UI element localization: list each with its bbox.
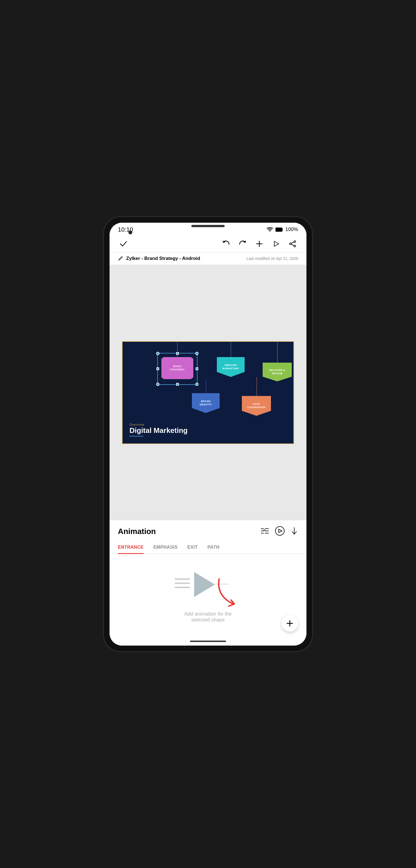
slide-title-area: Overview Digital Marketing (130, 423, 187, 436)
animation-panel: Animation (109, 520, 307, 637)
handle-bl[interactable] (156, 383, 160, 386)
handle-mr[interactable] (196, 367, 198, 370)
slide-area[interactable]: BUILDSTRATEGY INBOUNDMARKETING (109, 265, 307, 520)
svg-line-6 (291, 242, 294, 243)
tab-emphasis[interactable]: EMPHASIS (153, 541, 178, 554)
slide-main-title: Digital Marketing (130, 426, 187, 435)
battery-icon (275, 227, 283, 232)
animation-list-icon[interactable] (261, 527, 269, 536)
handle-tl[interactable] (156, 352, 160, 355)
connector-measure (277, 342, 278, 363)
add-animation-text: Add animation for the selected shape (184, 611, 232, 623)
file-name-text: Zylker - Brand Strategy - Android (126, 256, 200, 261)
animation-preview-button[interactable] (275, 526, 285, 537)
tab-exit[interactable]: EXIT (187, 541, 198, 554)
undo-button[interactable] (220, 238, 232, 249)
home-indicator (109, 637, 307, 646)
shape-measure-review[interactable]: MEASURE &REVIEW (263, 363, 292, 381)
toolbar-right (220, 238, 298, 249)
slide-overview-label: Overview (130, 423, 187, 426)
animation-header: Animation (109, 520, 307, 537)
svg-point-4 (289, 243, 291, 245)
status-bar: 10:10 100% (109, 223, 307, 236)
shape-build-strategy[interactable]: BUILDSTRATEGY (162, 357, 193, 379)
camera-dot (129, 230, 132, 235)
home-bar (190, 641, 226, 642)
phone-frame: 10:10 100% (104, 217, 312, 651)
animation-order-icon[interactable] (290, 526, 298, 536)
svg-point-0 (269, 231, 270, 232)
battery-percentage: 100% (285, 226, 298, 232)
shape-inbound-marketing[interactable]: INBOUNDMARKETING (217, 357, 245, 377)
shape-lead-conversion[interactable]: LEADCONVERSION (242, 396, 271, 416)
svg-rect-2 (276, 228, 282, 231)
file-info-bar: Zylker - Brand Strategy - Android Last m… (109, 252, 307, 265)
animation-tabs: ENTRANCE EMPHASIS EXIT PATH (109, 541, 307, 554)
svg-line-7 (291, 244, 294, 245)
tab-entrance[interactable]: ENTRANCE (118, 541, 144, 554)
svg-point-5 (294, 245, 296, 247)
slide-title-underline (130, 436, 143, 436)
file-name-container: Zylker - Brand Strategy - Android (118, 256, 200, 261)
animation-content: Add animation for the selected shape (109, 554, 307, 637)
animation-illustration (169, 562, 247, 607)
phone-screen: 10:10 100% (109, 223, 307, 646)
connector-lead (256, 377, 257, 396)
red-arrow (213, 576, 241, 611)
handle-tr[interactable] (195, 352, 199, 355)
add-animation-fab[interactable] (281, 615, 298, 632)
connector-brand (206, 379, 206, 393)
svg-point-14 (275, 526, 284, 535)
animation-controls (261, 526, 298, 537)
shape-brand-identity[interactable]: BRANDIDENTITY (192, 393, 220, 413)
fly-lines (175, 579, 190, 588)
toolbar (109, 236, 307, 252)
slide-canvas[interactable]: BUILDSTRATEGY INBOUNDMARKETING (122, 341, 294, 444)
play-triangle-icon (194, 572, 215, 597)
add-text-line2: selected shape (191, 617, 224, 623)
file-modified-text: Last modified on Apr 21, 2020 (247, 256, 298, 261)
share-button[interactable] (287, 238, 298, 249)
play-button[interactable] (270, 238, 281, 249)
add-text-line1: Add animation for the (184, 611, 232, 617)
tab-path[interactable]: PATH (207, 541, 219, 554)
speaker-grill (192, 225, 224, 227)
status-icons: 100% (267, 226, 298, 232)
svg-point-3 (294, 241, 296, 242)
check-button[interactable] (118, 238, 129, 249)
handle-br[interactable] (195, 383, 199, 386)
redo-button[interactable] (237, 238, 248, 249)
wifi-icon (267, 227, 273, 232)
handle-bm[interactable] (176, 383, 179, 386)
animation-title: Animation (118, 527, 156, 536)
add-button[interactable] (254, 238, 265, 249)
handle-ml[interactable] (157, 367, 159, 370)
edit-icon (118, 256, 124, 261)
